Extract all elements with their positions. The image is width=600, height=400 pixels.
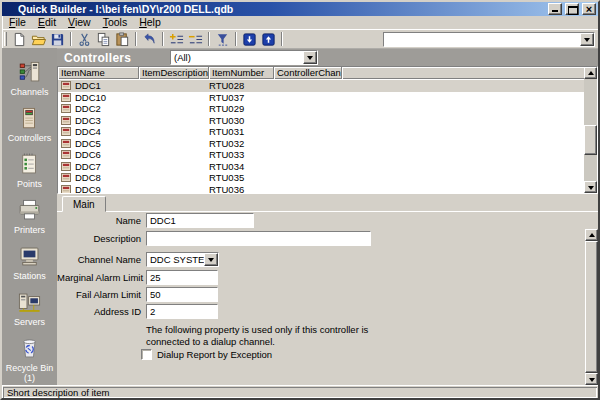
undo-button[interactable] — [140, 31, 159, 48]
controller-mini-icon — [61, 127, 72, 136]
remove-item-button[interactable] — [186, 31, 205, 48]
menu-item-tools[interactable]: Tools — [97, 16, 134, 29]
toolbar-separator — [281, 32, 283, 46]
menu-item-edit[interactable]: Edit — [32, 16, 62, 29]
menu-item-help[interactable]: Help — [133, 16, 167, 29]
upload-icon — [261, 32, 276, 47]
controllers-header: Controllers (All) — [57, 48, 598, 66]
title-bar[interactable]: Quick Builder - I:\bei fen\DY\r200 DELL.… — [2, 2, 598, 16]
tab-main[interactable]: Main — [62, 196, 106, 212]
item-number-cell: RTU029 — [209, 103, 274, 114]
column-header-itemname[interactable]: ItemName — [58, 67, 139, 79]
item-number-cell: RTU033 — [209, 149, 274, 160]
table-row[interactable]: DDC4RTU031 — [58, 126, 598, 138]
table-row[interactable]: DDC6RTU033 — [58, 149, 598, 161]
scroll-down-icon[interactable] — [584, 181, 597, 193]
open-button[interactable] — [29, 31, 48, 48]
new-button[interactable] — [10, 31, 29, 48]
panel-scrollbar[interactable] — [585, 229, 598, 385]
scroll-up-icon[interactable] — [584, 67, 597, 79]
column-header-itemnumber[interactable]: ItemNumber — [209, 67, 274, 79]
filter-button[interactable] — [213, 31, 232, 48]
table-row[interactable]: DDC9RTU036 — [58, 184, 598, 195]
copy-button[interactable] — [94, 31, 113, 48]
dialup-checkbox-row[interactable]: Dialup Report by Exception — [141, 349, 272, 360]
panel-scroll-thumb[interactable] — [585, 241, 598, 373]
sidebar-item-recycle-bin-1[interactable]: Recycle Bin (1) — [2, 335, 57, 383]
name-field[interactable] — [146, 213, 254, 228]
channel-name-dropdown-icon[interactable] — [204, 253, 218, 266]
download-button[interactable] — [240, 31, 259, 48]
dialup-checkbox-label: Dialup Report by Exception — [157, 349, 272, 360]
item-name: DDC4 — [75, 126, 101, 137]
list-scrollbar[interactable] — [584, 67, 597, 193]
menu-item-view[interactable]: View — [62, 16, 97, 29]
column-header-controllerchann[interactable]: ControllerChann... — [274, 67, 342, 79]
panel-scroll-up-icon[interactable] — [585, 229, 598, 241]
controllers-list: ItemNameItemDescriptionItemNumberControl… — [57, 66, 598, 194]
item-name: DDC10 — [75, 92, 106, 103]
sidebar-item-points[interactable]: Points — [2, 151, 57, 189]
close-button[interactable] — [582, 3, 596, 15]
item-number-cell: RTU032 — [209, 138, 274, 149]
table-row[interactable]: DDC7RTU034 — [58, 161, 598, 173]
paste-button[interactable] — [113, 31, 132, 48]
copy-icon — [96, 32, 111, 47]
item-name-cell: DDC9 — [58, 184, 139, 194]
toolbar — [2, 29, 598, 48]
fail-alarm-limit-field[interactable] — [146, 287, 218, 302]
table-row[interactable]: DDC2RTU029 — [58, 103, 598, 115]
sidebar-item-label: Recycle Bin (1) — [4, 363, 56, 383]
table-row[interactable]: DDC10RTU037 — [58, 92, 598, 104]
item-name: DDC2 — [75, 103, 101, 114]
item-number-cell: RTU031 — [209, 126, 274, 137]
marginal-alarm-limit-field[interactable] — [146, 270, 218, 285]
column-header-itemdescription[interactable]: ItemDescription — [139, 67, 209, 79]
sidebar-item-printers[interactable]: Printers — [2, 197, 57, 235]
filter-combobox[interactable]: (All) — [170, 50, 318, 65]
table-row[interactable]: DDC1RTU028 — [58, 80, 598, 92]
toolbar-combo-dropdown-icon[interactable] — [580, 33, 594, 46]
menu-item-file[interactable]: File — [3, 16, 32, 29]
address-id-field[interactable] — [146, 304, 218, 319]
minimize-button[interactable] — [548, 3, 562, 15]
save-button[interactable] — [48, 31, 67, 48]
stations-icon — [16, 243, 43, 270]
description-field[interactable] — [146, 231, 371, 246]
channel-name-select[interactable]: DDC SYSTEM — [146, 252, 219, 267]
menu-bar: FileEditViewToolsHelp — [2, 16, 598, 29]
item-name-cell: DDC1 — [58, 80, 139, 91]
table-row[interactable]: DDC8RTU035 — [58, 172, 598, 184]
quick-builder-window: Quick Builder - I:\bei fen\DY\r200 DELL.… — [0, 0, 600, 400]
column-header-filler — [342, 67, 597, 79]
item-number-cell: RTU028 — [209, 80, 274, 91]
filter-dropdown-icon[interactable] — [303, 51, 317, 64]
add-item-button[interactable] — [167, 31, 186, 48]
sidebar-item-controllers[interactable]: Controllers — [2, 105, 57, 143]
sidebar-item-servers[interactable]: Servers — [2, 289, 57, 327]
maximize-button[interactable] — [565, 3, 579, 15]
scroll-thumb[interactable] — [584, 125, 597, 155]
download-icon — [242, 32, 257, 47]
toolbar-grip[interactable] — [4, 32, 7, 46]
status-text: Short description of item — [3, 387, 597, 398]
panel-scroll-down-icon[interactable] — [585, 373, 598, 385]
sidebar-item-label: Printers — [14, 225, 45, 235]
table-row[interactable]: DDC5RTU032 — [58, 138, 598, 150]
sidebar-item-channels[interactable]: Channels — [2, 59, 57, 97]
item-name-cell: DDC2 — [58, 103, 139, 114]
item-number-cell: RTU030 — [209, 115, 274, 126]
dialup-report-checkbox[interactable] — [141, 349, 152, 360]
upload-button[interactable] — [259, 31, 278, 48]
filter-value: (All) — [171, 51, 303, 64]
controller-mini-icon — [61, 173, 72, 182]
channel-name-value: DDC SYSTEM — [147, 253, 204, 266]
toolbar-combobox[interactable] — [383, 32, 595, 47]
detail-panel: Main The following property is used only… — [57, 194, 598, 385]
sidebar-item-stations[interactable]: Stations — [2, 243, 57, 281]
controller-mini-icon — [61, 81, 72, 90]
table-row[interactable]: DDC3RTU030 — [58, 115, 598, 127]
recycle-bin-icon — [16, 335, 43, 362]
toolbar-combo-input[interactable] — [384, 33, 580, 46]
cut-button[interactable] — [75, 31, 94, 48]
